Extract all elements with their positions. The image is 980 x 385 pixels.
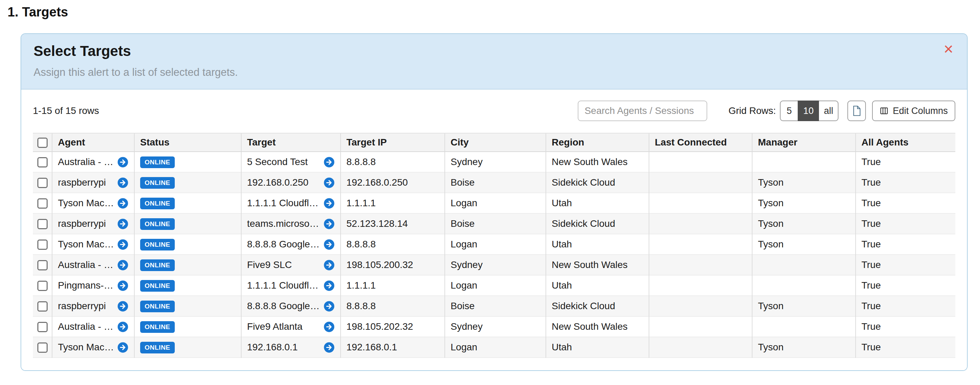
- target-cell: teams.microsoft.c...: [241, 213, 340, 234]
- target-cell: 192.168.0.250: [241, 172, 340, 193]
- target-ip-cell: 1.1.1.1: [340, 193, 445, 213]
- last-connected-cell: [649, 213, 752, 234]
- status-cell: ONLINE: [134, 316, 241, 337]
- column-header-target-ip: Target IP: [340, 133, 445, 152]
- agent-name: Tyson Macboo...: [58, 342, 115, 353]
- agent-open-icon[interactable]: [117, 280, 129, 291]
- agent-name: Tyson Macboo...: [58, 198, 115, 209]
- agent-name: Australia - Syd...: [58, 259, 115, 270]
- target-open-icon[interactable]: [323, 342, 335, 353]
- search-input[interactable]: [578, 101, 707, 121]
- target-name: 192.168.0.250: [247, 177, 309, 188]
- row-checkbox[interactable]: [37, 281, 48, 291]
- status-badge: ONLINE: [140, 218, 175, 230]
- target-open-icon[interactable]: [323, 300, 335, 312]
- column-header-agent: Agent: [52, 133, 134, 152]
- target-cell: 192.168.0.1: [241, 337, 340, 358]
- column-header-status: Status: [134, 133, 241, 152]
- status-badge: ONLINE: [140, 198, 175, 209]
- status-cell: ONLINE: [134, 172, 241, 193]
- manager-cell: Tyson: [752, 296, 856, 316]
- last-connected-cell: [649, 337, 752, 358]
- manager-cell: Tyson: [752, 337, 856, 358]
- target-open-icon[interactable]: [323, 280, 335, 291]
- row-checkbox[interactable]: [37, 198, 48, 209]
- target-name: teams.microsoft.c...: [247, 218, 321, 229]
- column-header-all-agents: All Agents: [856, 133, 955, 152]
- status-cell: ONLINE: [134, 234, 241, 255]
- last-connected-cell: [649, 172, 752, 193]
- agent-cell: Pingmans-iMac: [52, 275, 134, 296]
- manager-cell: Tyson: [752, 172, 856, 193]
- table-row: Tyson Macboo... ONLINE 192.168.0.1: [33, 337, 955, 358]
- status-badge: ONLINE: [140, 157, 175, 168]
- status-badge: ONLINE: [140, 177, 175, 189]
- table-header-row: Agent Status Target Target IP City Regio…: [33, 133, 955, 152]
- page-size-5-button[interactable]: 5: [780, 101, 799, 121]
- city-cell: Logan: [445, 193, 546, 213]
- all-agents-cell: True: [856, 213, 955, 234]
- last-connected-cell: [649, 193, 752, 213]
- page-size-all-button[interactable]: all: [818, 101, 838, 121]
- agent-open-icon[interactable]: [117, 342, 129, 353]
- close-icon[interactable]: ×: [944, 41, 953, 57]
- agent-name: raspberrypi: [58, 177, 106, 188]
- all-agents-cell: True: [856, 193, 955, 213]
- manager-cell: Tyson: [752, 193, 856, 213]
- export-button[interactable]: [847, 101, 866, 121]
- table-row: Tyson Macboo... ONLINE 8.8.8.8 Google DN…: [33, 234, 955, 255]
- agent-open-icon[interactable]: [117, 177, 129, 189]
- all-agents-cell: True: [856, 316, 955, 337]
- status-cell: ONLINE: [134, 296, 241, 316]
- agent-open-icon[interactable]: [117, 157, 129, 168]
- grid-rows-label: Grid Rows:: [729, 105, 776, 116]
- target-open-icon[interactable]: [323, 177, 335, 189]
- target-ip-cell: 198.105.200.32: [340, 255, 445, 275]
- row-checkbox[interactable]: [37, 178, 48, 188]
- select-targets-panel: Select Targets × Assign this alert to a …: [21, 33, 968, 371]
- agent-name: Tyson Macboo...: [58, 239, 115, 250]
- edit-columns-button[interactable]: Edit Columns: [872, 101, 955, 121]
- row-checkbox[interactable]: [37, 240, 48, 250]
- all-agents-cell: True: [856, 255, 955, 275]
- status-badge: ONLINE: [140, 280, 175, 292]
- target-open-icon[interactable]: [323, 157, 335, 168]
- agent-open-icon[interactable]: [117, 218, 129, 230]
- target-name: 5 Second Test: [247, 157, 308, 168]
- target-open-icon[interactable]: [323, 239, 335, 250]
- select-all-checkbox[interactable]: [37, 137, 48, 148]
- target-open-icon[interactable]: [323, 259, 335, 271]
- city-cell: Sydney: [445, 316, 546, 337]
- target-open-icon[interactable]: [323, 321, 335, 332]
- agent-open-icon[interactable]: [117, 198, 129, 209]
- agent-open-icon[interactable]: [117, 300, 129, 312]
- page-size-10-button[interactable]: 10: [798, 101, 819, 121]
- city-cell: Boise: [445, 213, 546, 234]
- page-size-group: 5 10 all: [780, 101, 838, 121]
- agent-name: Australia - Syd...: [58, 321, 115, 332]
- row-checkbox[interactable]: [37, 219, 48, 229]
- row-checkbox[interactable]: [37, 157, 48, 168]
- column-header-region: Region: [546, 133, 649, 152]
- all-agents-cell: True: [856, 275, 955, 296]
- all-agents-cell: True: [856, 337, 955, 358]
- agent-cell: raspberrypi: [52, 213, 134, 234]
- region-cell: New South Wales: [546, 316, 649, 337]
- agent-open-icon[interactable]: [117, 239, 129, 250]
- row-checkbox[interactable]: [37, 301, 48, 312]
- row-checkbox[interactable]: [37, 260, 48, 270]
- row-checkbox[interactable]: [37, 322, 48, 332]
- region-cell: Utah: [546, 193, 649, 213]
- row-checkbox[interactable]: [37, 342, 48, 353]
- agent-cell: Tyson Macboo...: [52, 234, 134, 255]
- target-open-icon[interactable]: [323, 198, 335, 209]
- target-name: Five9 SLC: [247, 259, 292, 270]
- target-open-icon[interactable]: [323, 218, 335, 230]
- agent-open-icon[interactable]: [117, 321, 129, 332]
- target-cell: Five9 Atlanta: [241, 316, 340, 337]
- agent-cell: Tyson Macboo...: [52, 337, 134, 358]
- target-name: 8.8.8.8 Google DNS: [247, 239, 321, 250]
- target-ip-cell: 8.8.8.8: [340, 234, 445, 255]
- target-ip-cell: 1.1.1.1: [340, 275, 445, 296]
- agent-open-icon[interactable]: [117, 259, 129, 271]
